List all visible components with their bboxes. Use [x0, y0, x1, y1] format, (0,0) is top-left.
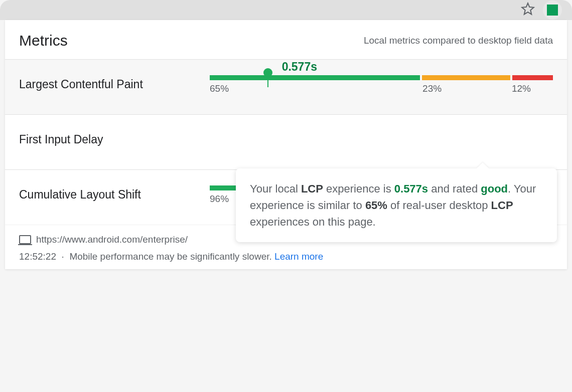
tt-rating: good: [481, 182, 508, 195]
extension-icon[interactable]: [543, 1, 562, 20]
timestamp: 12:52:22: [19, 251, 56, 262]
marker-dot-icon: [263, 68, 272, 77]
panel-title: Metrics: [19, 32, 68, 49]
tt-text: and rated: [428, 182, 481, 195]
metric-marker: [268, 68, 272, 87]
metric-vis: 0.577s 65% 23% 12%: [210, 75, 553, 94]
warning-text: Mobile performance may be significantly …: [69, 251, 271, 262]
tt-bold: LCP: [491, 199, 513, 212]
extension-square-icon: [547, 5, 558, 16]
distribution-bar: [210, 75, 553, 80]
metric-name: First Input Delay: [19, 133, 210, 146]
tooltip-caret-icon: [477, 162, 489, 168]
page-url: https://www.android.com/enterprise/: [36, 234, 188, 245]
segment-good: [210, 75, 420, 80]
metric-row-fid[interactable]: First Input Delay: [5, 114, 567, 169]
metric-tooltip: Your local LCP experience is 0.577s and …: [236, 168, 557, 242]
tt-value: 0.577s: [394, 182, 428, 195]
panel-header: Metrics Local metrics compared to deskto…: [5, 20, 567, 59]
bookmark-star-icon[interactable]: [521, 2, 535, 18]
tt-bold: 65%: [365, 199, 387, 212]
tt-text: experiences on this page.: [250, 216, 376, 228]
label-ni: 23%: [422, 83, 512, 94]
segment-poor: [512, 75, 553, 80]
tt-text: experience is: [323, 182, 394, 195]
metric-value: 0.577s: [282, 60, 317, 74]
status-row: 12:52:22 · Mobile performance may be sig…: [19, 251, 553, 262]
metric-row-lcp[interactable]: Largest Contentful Paint 0.577s 65% 23% …: [5, 59, 567, 114]
marker-stem: [267, 77, 268, 87]
metric-name: Largest Contentful Paint: [19, 78, 210, 91]
tt-bold: LCP: [301, 182, 323, 195]
metrics-panel: Metrics Local metrics compared to deskto…: [5, 20, 567, 269]
laptop-icon: [19, 235, 31, 244]
learn-more-link[interactable]: Learn more: [274, 251, 323, 262]
panel-subtitle: Local metrics compared to desktop field …: [364, 35, 553, 46]
label-good: 65%: [210, 83, 422, 94]
tt-text: of real-user desktop: [387, 199, 491, 212]
tt-text: Your local: [250, 182, 301, 195]
label-poor: 12%: [512, 83, 553, 94]
bar-labels: 65% 23% 12%: [210, 83, 553, 94]
metric-name: Cumulative Layout Shift: [19, 188, 210, 202]
segment-needs-improvement: [422, 75, 510, 80]
browser-toolbar: [0, 0, 572, 20]
